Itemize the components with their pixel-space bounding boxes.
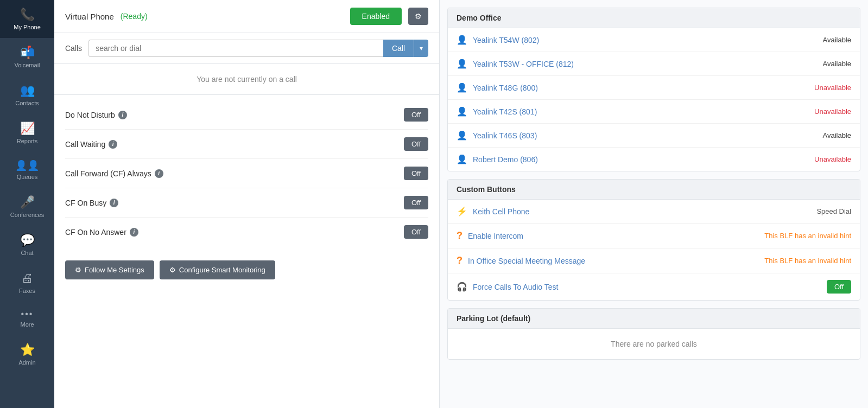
sidebar-item-voicemail[interactable]: 📬 Voicemail (0, 38, 54, 76)
device-link-t54w[interactable]: Yealink T54W (802) (473, 36, 817, 44)
device-row-t42s: 👤 Yealink T42S (801) Unavailable (448, 100, 860, 124)
custom-link-force-calls[interactable]: Force Calls To Audio Test (473, 283, 821, 291)
sidebar-label-more: More (20, 321, 34, 328)
device-link-t42s[interactable]: Yealink T42S (801) (473, 107, 809, 116)
gear-button[interactable]: ⚙ (408, 8, 428, 25)
device-status-robert: Unavailable (814, 155, 851, 163)
cf-busy-label: CF On Busy i (65, 199, 404, 207)
admin-icon: ⭐ (20, 343, 35, 357)
sidebar-label-chat: Chat (21, 250, 33, 256)
sidebar-item-chat[interactable]: 💬 Chat (0, 226, 54, 264)
device-link-robert[interactable]: Robert Demo (806) (473, 155, 809, 164)
sidebar-item-faxes[interactable]: 🖨 Faxes (0, 264, 54, 302)
sidebar-label-conferences: Conferences (10, 212, 44, 218)
device-status-t46s: Available (822, 131, 851, 139)
calls-label: Calls (65, 44, 82, 53)
device-unavailable-icon-t42s: 👤 (457, 106, 467, 117)
conferences-icon: 🎤 (20, 195, 35, 209)
sidebar-item-my-phone[interactable]: 📞 My Phone (0, 0, 54, 38)
follow-me-settings-button[interactable]: ⚙ Follow Me Settings (65, 260, 154, 279)
custom-link-in-office-special[interactable]: In Office Special Meeting Message (468, 257, 759, 265)
settings-row-cf-busy: CF On Busy i Off (65, 188, 428, 218)
sidebar-label-my-phone: My Phone (14, 24, 41, 30)
call-button[interactable]: Call (383, 40, 414, 57)
call-waiting-toggle[interactable]: Off (404, 137, 428, 151)
device-unavailable-icon-robert: 👤 (457, 154, 467, 164)
calls-bar: Calls Call ▾ (54, 33, 439, 64)
chat-icon: 💬 (20, 233, 35, 247)
settings-row-call-waiting: Call Waiting i Off (65, 130, 428, 159)
not-on-call-message: You are not currently on a call (54, 64, 439, 95)
sidebar-item-admin[interactable]: ⭐ Admin (0, 335, 54, 373)
device-link-t53w[interactable]: Yealink T53W - OFFICE (812) (473, 60, 817, 68)
cf-always-info-icon[interactable]: i (155, 169, 163, 178)
contacts-icon: 👥 (20, 84, 35, 98)
custom-link-keith-cell[interactable]: Keith Cell Phone (473, 207, 811, 216)
smart-monitoring-gear-icon: ⚙ (169, 266, 176, 274)
device-status-t53w: Available (822, 60, 851, 68)
sidebar-label-queues: Queues (17, 174, 38, 180)
sidebar-item-more[interactable]: ••• More (0, 302, 54, 335)
device-row-t53w: 👤 Yealink T53W - OFFICE (812) Available (448, 52, 860, 76)
cf-always-label: Call Forward (CF) Always i (65, 169, 404, 178)
settings-section: Do Not Disturb i Off Call Waiting i Off … (54, 95, 439, 252)
custom-row-enable-intercom: ? Enable Intercom This BLF has an invali… (448, 224, 860, 248)
sidebar-label-reports: Reports (17, 138, 38, 144)
custom-row-in-office-special: ? In Office Special Meeting Message This… (448, 248, 860, 273)
call-dropdown-button[interactable]: ▾ (414, 40, 428, 57)
device-row-t48g: 👤 Yealink T48G (800) Unavailable (448, 76, 860, 100)
demo-office-section: Demo Office 👤 Yealink T54W (802) Availab… (447, 8, 860, 171)
sidebar-item-conferences[interactable]: 🎤 Conferences (0, 188, 54, 226)
sidebar-item-queues[interactable]: 👤👤 Queues (0, 152, 54, 188)
custom-link-enable-intercom[interactable]: Enable Intercom (468, 232, 759, 240)
device-status-t42s: Unavailable (814, 107, 851, 116)
follow-me-gear-icon: ⚙ (75, 266, 81, 274)
cf-busy-toggle[interactable]: Off (404, 196, 428, 209)
settings-row-cf-no-answer: CF On No Answer i Off (65, 218, 428, 246)
virtual-phone-bar: Virtual Phone (Ready) Enabled ⚙ (54, 0, 439, 33)
search-dial-wrapper: Call ▾ (88, 40, 428, 57)
question-icon-intercom: ? (457, 230, 462, 241)
force-calls-toggle[interactable]: Off (827, 280, 851, 294)
call-waiting-label: Call Waiting i (65, 140, 404, 149)
enabled-button[interactable]: Enabled (350, 8, 402, 25)
configure-smart-monitoring-button[interactable]: ⚙ Configure Smart Monitoring (160, 260, 275, 279)
queues-icon: 👤👤 (15, 160, 39, 171)
sidebar-label-voicemail: Voicemail (14, 62, 40, 68)
custom-row-keith-cell: ⚡ Keith Cell Phone Speed Dial (448, 200, 860, 224)
reports-icon: 📈 (20, 122, 35, 136)
action-buttons: ⚙ Follow Me Settings ⚙ Configure Smart M… (54, 252, 439, 290)
device-link-t46s[interactable]: Yealink T46S (803) (473, 131, 817, 140)
main-area: Virtual Phone (Ready) Enabled ⚙ Calls Ca… (54, 0, 868, 408)
cf-always-toggle[interactable]: Off (404, 167, 428, 180)
device-status-t54w: Available (822, 36, 851, 44)
cf-busy-info-icon[interactable]: i (110, 199, 118, 207)
sidebar: 📞 My Phone 📬 Voicemail 👥 Contacts 📈 Repo… (0, 0, 54, 408)
cf-no-answer-toggle[interactable]: Off (404, 225, 428, 239)
custom-buttons-header: Custom Buttons (448, 180, 860, 200)
device-available-icon-t46s: 👤 (457, 130, 467, 141)
parking-lot-section: Parking Lot (default) There are no parke… (447, 308, 860, 360)
headset-icon: 🎧 (457, 282, 467, 292)
settings-row-cf-always: Call Forward (CF) Always i Off (65, 159, 428, 188)
device-row-robert: 👤 Robert Demo (806) Unavailable (448, 148, 860, 171)
in-office-special-detail: This BLF has an invalid hint (764, 257, 851, 265)
search-dial-input[interactable] (88, 40, 383, 57)
custom-buttons-section: Custom Buttons ⚡ Keith Cell Phone Speed … (447, 179, 860, 301)
device-unavailable-icon-t48g: 👤 (457, 82, 467, 93)
cf-no-answer-info-icon[interactable]: i (130, 228, 138, 237)
right-panel: Demo Office 👤 Yealink T54W (802) Availab… (440, 0, 868, 408)
sidebar-item-reports[interactable]: 📈 Reports (0, 114, 54, 152)
do-not-disturb-info-icon[interactable]: i (118, 111, 127, 119)
sidebar-label-faxes: Faxes (19, 288, 35, 294)
sidebar-item-contacts[interactable]: 👥 Contacts (0, 76, 54, 114)
keith-cell-detail: Speed Dial (816, 207, 851, 215)
call-waiting-info-icon[interactable]: i (109, 140, 117, 149)
parking-empty-message: There are no parked calls (448, 329, 860, 359)
settings-row-do-not-disturb: Do Not Disturb i Off (65, 100, 428, 130)
device-link-t48g[interactable]: Yealink T48G (800) (473, 84, 809, 92)
device-available-icon-t53w: 👤 (457, 59, 467, 69)
device-row-t46s: 👤 Yealink T46S (803) Available (448, 124, 860, 148)
do-not-disturb-toggle[interactable]: Off (404, 108, 428, 122)
ready-status: (Ready) (121, 12, 148, 21)
